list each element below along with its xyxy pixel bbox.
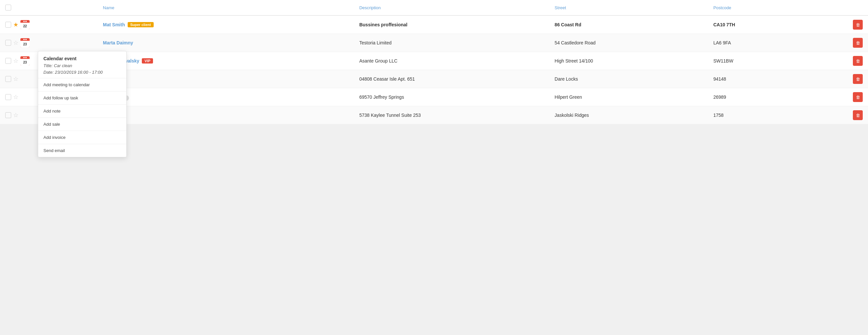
row-postcode-cell: 1758 [708, 106, 830, 124]
popup-title-value: Car clean [54, 63, 72, 68]
table-row: ☆ 23 Marta DaimnyTestoria Limited54 Cast… [0, 34, 868, 52]
contacts-table-container: Name Description Street Postcode ★ 22 [0, 0, 868, 124]
row-postcode-cell: SW11BW [708, 52, 830, 70]
row-checkbox[interactable] [5, 76, 11, 82]
popup-event-title: Calendar event [43, 56, 121, 61]
popup-header: Calendar event Title: Car clean Date: 23… [38, 51, 126, 78]
row-name-cell: Mat SmithSuper client [98, 16, 354, 34]
row-street-cell: Jaskolski Ridges [550, 106, 708, 124]
row-street-cell: 54 Castledore Road [550, 34, 708, 52]
row-action-cell: 🗑 [830, 16, 868, 34]
row-controls: ☆ 23 [5, 38, 45, 48]
tags-container: tag2tag3 [103, 95, 349, 101]
row-postcode-cell: LA6 9FA [708, 34, 830, 52]
page-footer [0, 124, 868, 177]
row-controls: ★ 22 [5, 20, 45, 29]
row-action-cell: 🗑 [830, 52, 868, 70]
popup-event-car-title: Title: Car clean [43, 63, 121, 69]
row-description-cell: 04808 Ceasar Isle Apt. 651 [354, 70, 550, 88]
row-description-cell: Bussines proffesional [354, 16, 550, 34]
table-header-row: Name Description Street Postcode [0, 0, 868, 16]
calendar-icon[interactable]: 22 [21, 20, 30, 29]
delete-button[interactable]: 🗑 [853, 56, 863, 66]
row-action-cell: 🗑 [830, 88, 868, 106]
delete-button[interactable]: 🗑 [853, 20, 863, 30]
popup-menu: Add meeting to calendarAdd follow up tas… [38, 78, 126, 157]
row-name-cell: Marta Daimny [98, 34, 354, 52]
popup-menu-item[interactable]: Add sale [38, 118, 126, 131]
popup-container: Calendar event Title: Car clean Date: 23… [38, 51, 127, 157]
delete-button[interactable]: 🗑 [853, 74, 863, 84]
name-cell-wrapper: Mat SmithSuper client [103, 22, 349, 27]
row-name-cell: tag2tag3 [98, 88, 354, 106]
delete-button[interactable]: 🗑 [853, 92, 863, 102]
row-postcode-cell: 94148 [708, 70, 830, 88]
row-description-cell: 69570 Jeffrey Springs [354, 88, 550, 106]
calendar-placeholder [21, 92, 30, 102]
calendar-popup: Calendar event Title: Car clean Date: 23… [38, 51, 127, 157]
delete-button[interactable]: 🗑 [853, 38, 863, 48]
popup-menu-item[interactable]: Add invoice [38, 131, 126, 144]
star-icon[interactable]: ★ [13, 21, 19, 28]
row-action-cell: 🗑 [830, 34, 868, 52]
row-checkbox[interactable] [5, 94, 11, 100]
header-street: Street [550, 0, 708, 16]
table-row: ★ 22 Mat SmithSuper clientBussines proff… [0, 16, 868, 34]
row-postcode-cell: 26989 [708, 88, 830, 106]
row-name-cell [98, 70, 354, 88]
popup-menu-item[interactable]: Send email [38, 144, 126, 157]
contact-name-link[interactable]: Marta Daimny [103, 40, 133, 45]
popup-menu-item[interactable]: Add note [38, 105, 126, 118]
popup-date-value: 23/10/2019 16:00 - 17:00 [55, 70, 103, 75]
calendar-placeholder [21, 74, 30, 84]
row-description-cell: Testoria Limited [354, 34, 550, 52]
row-description-cell: 5738 Kaylee Tunnel Suite 253 [354, 106, 550, 124]
table-row: ☆ 23 Martin KowalskyVIPAsante Group LLCH… [0, 52, 868, 70]
header-action [830, 0, 868, 16]
header-postcode: Postcode [708, 0, 830, 16]
name-cell-wrapper: Marta Daimny [103, 40, 349, 45]
star-icon[interactable]: ☆ [13, 112, 19, 119]
row-checkbox[interactable] [5, 112, 11, 118]
row-description-cell: Asante Group LLC [354, 52, 550, 70]
star-icon[interactable]: ☆ [13, 39, 19, 47]
header-check[interactable] [0, 0, 98, 16]
popup-title-label: Title: [43, 63, 53, 68]
contacts-table: Name Description Street Postcode ★ 22 [0, 0, 868, 124]
row-street-cell: High Street 14/100 [550, 52, 708, 70]
popup-menu-item[interactable]: Add follow up task [38, 91, 126, 105]
row-action-cell: 🗑 [830, 70, 868, 88]
row-postcode-cell: CA10 7TH [708, 16, 830, 34]
delete-button[interactable]: 🗑 [853, 110, 863, 120]
calendar-icon[interactable]: 23 [21, 38, 30, 48]
star-icon[interactable]: ☆ [13, 75, 19, 83]
row-street-cell: Hilpert Green [550, 88, 708, 106]
row-name-cell [98, 106, 354, 124]
star-icon[interactable]: ☆ [13, 93, 19, 101]
select-all-checkbox[interactable] [5, 5, 11, 10]
header-name: Name [98, 0, 354, 16]
row-checkbox[interactable] [5, 40, 11, 46]
table-row: ☆tag2tag369570 Jeffrey SpringsHilpert Gr… [0, 88, 868, 106]
calendar-icon[interactable]: 23 [21, 56, 30, 65]
star-icon[interactable]: ☆ [13, 57, 19, 64]
row-checkbox[interactable] [5, 22, 11, 28]
row-controls-cell: ★ 22 [0, 16, 98, 34]
row-action-cell: 🗑 [830, 106, 868, 124]
contact-name-link[interactable]: Mat Smith [103, 22, 125, 27]
table-row: ☆5738 Kaylee Tunnel Suite 253Jaskolski R… [0, 106, 868, 124]
row-street-cell: Dare Locks [550, 70, 708, 88]
header-description: Description [354, 0, 550, 16]
contact-badge: VIP [142, 58, 153, 63]
popup-menu-item[interactable]: Add meeting to calendar [38, 78, 126, 91]
popup-date-label: Date: [43, 70, 54, 75]
table-row: ☆04808 Ceasar Isle Apt. 651Dare Locks941… [0, 70, 868, 88]
row-name-cell: Martin KowalskyVIP [98, 52, 354, 70]
calendar-placeholder [21, 111, 30, 120]
row-controls-cell: ☆ 23 [0, 34, 98, 52]
row-street-cell: 86 Coast Rd [550, 16, 708, 34]
row-checkbox[interactable] [5, 58, 11, 64]
contact-badge: Super client [128, 22, 154, 27]
name-cell-wrapper: Martin KowalskyVIP [103, 58, 349, 63]
popup-event-date: Date: 23/10/2019 16:00 - 17:00 [43, 69, 121, 76]
